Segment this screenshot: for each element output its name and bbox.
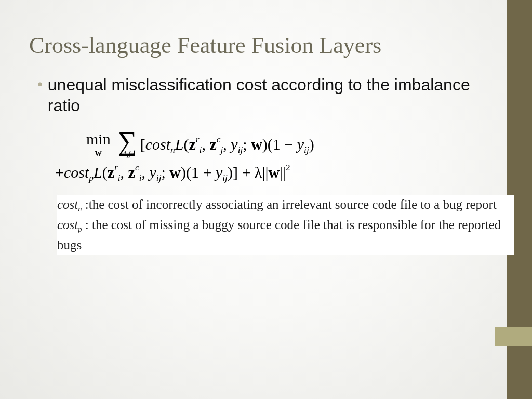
- min-operator: min w: [86, 131, 111, 157]
- eq1-body: [costnL(zri, zcj, yij; w)(1 − yij): [140, 136, 314, 153]
- slide-title: Cross-language Feature Fusion Layers: [29, 32, 494, 59]
- sum-operator: ∑ i,j: [118, 132, 137, 157]
- description-block: costn :the cost of incorrectly associati…: [57, 195, 514, 255]
- equation-line-1: min w ∑ i,j [costnL(zri, zcj, yij; w)(1 …: [86, 131, 494, 157]
- min-sub-w: w: [95, 148, 102, 157]
- sidebar-accent: [495, 327, 532, 346]
- sum-subscript: i,j: [124, 151, 131, 157]
- equation-line-2: +costpL(zri, zci, yij; w)(1 + yij)] + λ|…: [55, 164, 494, 181]
- min-text: min: [86, 131, 111, 147]
- bullet-text: unequal misclassification cost according…: [48, 74, 494, 116]
- desc-costn: costn :the cost of incorrectly associati…: [57, 195, 514, 215]
- desc-costp: costp : the cost of missing a buggy sour…: [57, 215, 514, 256]
- eq2-body: +costpL(zri, zci, yij; w)(1 + yij)] + λ|…: [55, 164, 290, 181]
- bullet-dot: •: [37, 74, 43, 94]
- slide-content: Cross-language Feature Fusion Layers • u…: [0, 0, 499, 255]
- sigma-symbol: ∑: [118, 132, 137, 151]
- equation-block: min w ∑ i,j [costnL(zri, zcj, yij; w)(1 …: [86, 131, 494, 181]
- bullet-row: • unequal misclassification cost accordi…: [37, 74, 494, 116]
